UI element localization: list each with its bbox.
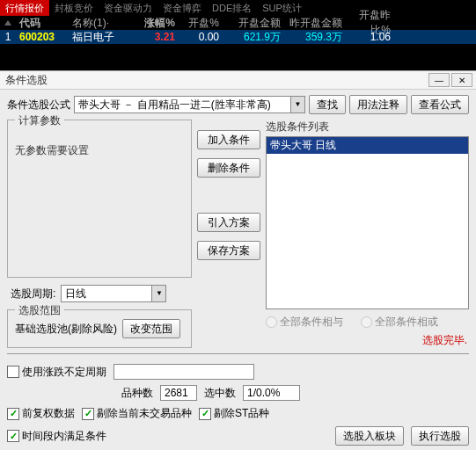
top-tab-2[interactable]: 资金驱动力 <box>99 0 157 16</box>
scope-legend: 选股范围 <box>15 303 64 318</box>
cb-qfq[interactable]: ✓前复权数据 <box>7 406 75 421</box>
top-tab-4[interactable]: DDE排名 <box>207 0 257 16</box>
no-param-text: 无参数需要设置 <box>15 127 184 158</box>
top-tab-3[interactable]: 资金博弈 <box>157 0 207 16</box>
chevron-down-icon[interactable]: ▼ <box>290 97 304 112</box>
cb-undef-period[interactable]: 使用涨跌不定周期 <box>7 365 106 380</box>
add-condition-button[interactable]: 加入条件 <box>197 130 260 149</box>
cell-rate: 1.06 <box>346 31 394 43</box>
cell-idx: 1 <box>0 31 16 43</box>
cell-amt2: 359.3万 <box>284 30 346 45</box>
formula-label: 条件选股公式 <box>7 98 70 112</box>
top-tab-5[interactable]: SUP统计 <box>257 0 307 16</box>
kind-label: 品种数 <box>121 386 153 401</box>
hdr-open[interactable]: 开盘% <box>179 16 223 31</box>
hdr-amt2[interactable]: 昨开盘金额 <box>284 16 346 31</box>
done-text: 选股完毕. <box>266 331 469 348</box>
change-scope-button[interactable]: 改变范围 <box>122 319 180 338</box>
undef-period-field <box>114 364 254 380</box>
hit-label: 选中数 <box>204 386 236 401</box>
condition-list[interactable]: 带头大哥 日线 <box>266 136 469 309</box>
cb-excl-notrade[interactable]: ✓剔除当前未交易品种 <box>82 406 192 421</box>
chevron-down-icon[interactable]: ▼ <box>151 286 165 301</box>
cb-excl-st[interactable]: ✓剔除ST品种 <box>199 406 269 421</box>
cell-code: 600203 <box>16 31 69 43</box>
to-block-button[interactable]: 选股入板块 <box>335 426 404 446</box>
exec-button[interactable]: 执行选股 <box>411 426 469 446</box>
cell-name: 福日电子 <box>69 30 135 45</box>
table-row[interactable]: 1 600203 福日电子 3.21 0.00 621.9万 359.3万 1.… <box>0 30 476 44</box>
find-button[interactable]: 查找 <box>309 95 346 114</box>
view-formula-button[interactable]: 查看公式 <box>411 95 469 114</box>
period-label: 选股周期: <box>11 287 55 301</box>
radio-or[interactable]: 全部条件相或 <box>361 315 438 330</box>
delete-condition-button[interactable]: 删除条件 <box>197 158 260 178</box>
condition-list-label: 选股条件列表 <box>266 120 469 134</box>
radio-and[interactable]: 全部条件相与 <box>266 315 343 330</box>
cell-amt1: 621.9万 <box>223 30 284 45</box>
hit-count: 1/0.0% <box>243 385 300 401</box>
cell-pct: 3.21 <box>135 31 179 43</box>
import-plan-button[interactable]: 引入方案 <box>197 213 260 232</box>
hdr-code[interactable]: 代码 <box>16 16 69 31</box>
dialog-title: 条件选股 <box>5 73 48 88</box>
formula-select[interactable]: 带头大哥 － 自用精品一进二(胜率非常高) ▼ <box>74 96 305 113</box>
save-plan-button[interactable]: 保存方案 <box>197 241 260 260</box>
top-tab-0[interactable]: 行情报价 <box>0 0 49 16</box>
close-icon[interactable]: ✕ <box>451 73 472 87</box>
top-tab-1[interactable]: 封板竞价 <box>49 0 99 16</box>
kind-count: 2681 <box>160 385 197 401</box>
scope-default-text: 基础选股池(剔除风险) <box>15 322 117 337</box>
calc-legend: 计算参数 <box>15 113 64 128</box>
cell-open: 0.00 <box>179 31 223 43</box>
hdr-name[interactable]: 名称(1)· <box>69 16 135 31</box>
minimize-icon[interactable]: — <box>428 73 450 87</box>
sort-icon <box>4 20 11 25</box>
top-tabs: 行情报价封板竞价资金驱动力资金博弈DDE排名SUP统计 <box>0 0 476 16</box>
hdr-amt1[interactable]: 开盘金额 <box>223 16 284 31</box>
hdr-pct[interactable]: 涨幅% <box>135 16 179 31</box>
condition-item[interactable]: 带头大哥 日线 <box>267 137 468 154</box>
usage-button[interactable]: 用法注释 <box>349 95 407 114</box>
cb-time-range[interactable]: ✓时间段内满足条件 <box>7 429 106 444</box>
grid-header: 代码 名称(1)· 涨幅% 开盘% 开盘金额 昨开盘金额 开盘昨比% <box>0 16 476 30</box>
period-select[interactable]: 日线 ▼ <box>61 285 166 302</box>
